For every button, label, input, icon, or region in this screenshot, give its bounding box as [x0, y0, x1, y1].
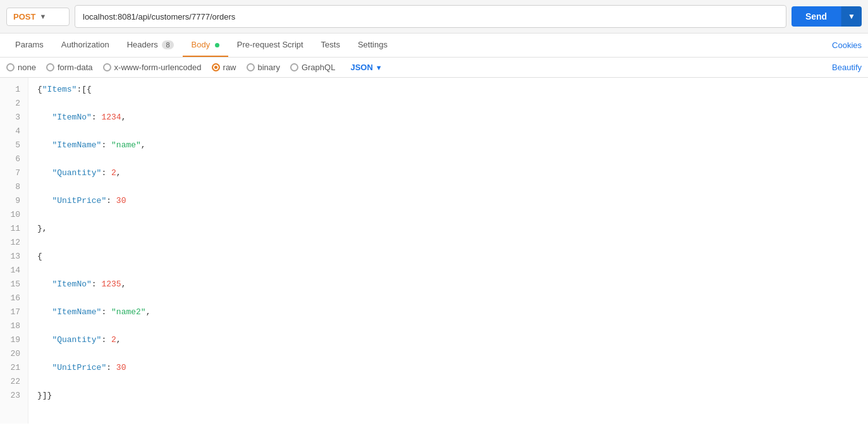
option-raw-label: raw	[223, 63, 236, 72]
beautify-button[interactable]: Beautify	[832, 63, 862, 72]
send-dropdown-button[interactable]: ▼	[841, 6, 862, 27]
code-line: }]}	[37, 389, 859, 403]
tab-authorization[interactable]: Authorization	[52, 34, 118, 57]
code-line	[37, 208, 859, 222]
code-line: "UnitPrice": 30	[37, 361, 859, 375]
url-input[interactable]	[75, 5, 786, 28]
body-dot	[215, 43, 219, 47]
option-binary-label: binary	[258, 63, 280, 72]
code-line	[37, 347, 859, 361]
radio-none-circle	[6, 63, 15, 71]
top-bar: POST ▼ Send ▼	[0, 0, 868, 34]
code-line: "ItemName": "name",	[37, 138, 859, 152]
tab-body[interactable]: Body	[183, 34, 228, 57]
code-line: {	[37, 250, 859, 264]
tab-headers[interactable]: Headers 8	[118, 34, 183, 57]
method-label: POST	[13, 12, 35, 21]
body-options-bar: none form-data x-www-form-urlencoded raw…	[0, 58, 868, 78]
option-graphql-label: GraphQL	[302, 63, 335, 72]
radio-urlencoded-circle	[103, 63, 111, 71]
code-line	[37, 97, 859, 111]
method-dropdown-icon: ▼	[39, 13, 46, 20]
option-form-data-label: form-data	[58, 63, 93, 72]
cookies-link[interactable]: Cookies	[832, 40, 862, 50]
tab-prerequest[interactable]: Pre-request Script	[228, 34, 312, 57]
code-line	[37, 264, 859, 278]
method-selector[interactable]: POST ▼	[6, 8, 70, 26]
format-selector[interactable]: JSON ▼	[350, 63, 382, 72]
tab-params[interactable]: Params	[6, 34, 52, 57]
radio-binary-circle	[247, 63, 255, 71]
radio-form-data-circle	[46, 63, 54, 71]
option-none-label: none	[18, 63, 36, 72]
code-line: {"Items":[{	[37, 83, 859, 97]
headers-badge: 8	[162, 40, 173, 49]
option-urlencoded-label: x-www-form-urlencoded	[114, 63, 202, 72]
code-line	[37, 152, 859, 166]
line-numbers: 1234567891011121314151617181920212223	[0, 78, 28, 424]
option-form-data[interactable]: form-data	[46, 63, 93, 72]
code-line	[37, 125, 859, 138]
code-line: "UnitPrice": 30	[37, 194, 859, 208]
code-line: "ItemNo": 1235,	[37, 278, 859, 291]
send-button[interactable]: Send	[792, 6, 841, 27]
radio-raw-circle	[212, 63, 220, 71]
code-line	[37, 291, 859, 305]
code-editor[interactable]: 1234567891011121314151617181920212223 {"…	[0, 78, 868, 424]
option-raw[interactable]: raw	[212, 63, 236, 72]
format-dropdown-icon: ▼	[376, 64, 382, 71]
code-line: },	[37, 222, 859, 236]
code-line	[37, 319, 859, 333]
tab-settings[interactable]: Settings	[349, 34, 396, 57]
code-line: "ItemNo": 1234,	[37, 111, 859, 125]
send-button-group: Send ▼	[792, 6, 862, 27]
tabs-bar: Params Authorization Headers 8 Body Pre-…	[0, 34, 868, 58]
code-content[interactable]: {"Items":[{ "ItemNo": 1234, "ItemName": …	[28, 78, 868, 424]
option-graphql[interactable]: GraphQL	[290, 63, 335, 72]
radio-graphql-circle	[290, 63, 298, 71]
tab-tests[interactable]: Tests	[312, 34, 349, 57]
code-line	[37, 236, 859, 250]
option-binary[interactable]: binary	[247, 63, 280, 72]
code-line	[37, 375, 859, 389]
code-line: "Quantity": 2,	[37, 166, 859, 180]
code-line: "Quantity": 2,	[37, 333, 859, 347]
option-none[interactable]: none	[6, 63, 36, 72]
code-line: "ItemName": "name2",	[37, 305, 859, 319]
format-label: JSON	[350, 63, 372, 72]
code-line	[37, 180, 859, 194]
option-urlencoded[interactable]: x-www-form-urlencoded	[103, 63, 202, 72]
